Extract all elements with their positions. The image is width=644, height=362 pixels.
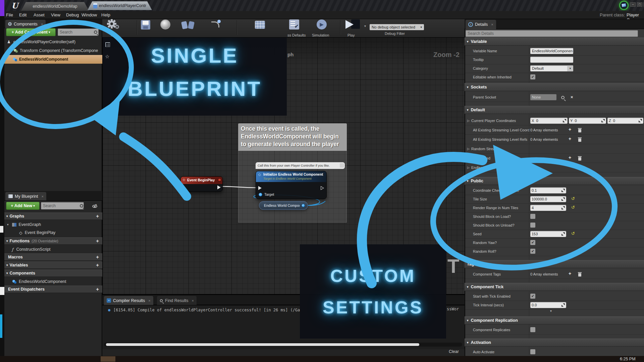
initialize-endless-world-component-node[interactable]: ◇ Initialize Endless World Component Tar… [256,171,327,199]
node-comment-bubble[interactable]: Call this from your own Player Controlle… [256,162,345,169]
taskbar-strip: 6:25 PM [0,356,644,362]
simulation-icon[interactable]: ▶ [317,19,327,29]
event-icon: ◇ [183,178,185,181]
toolbar-separator [137,20,137,35]
hide-unrelated-icon[interactable] [211,21,219,27]
class-defaults-label: ss Defaults [287,33,306,37]
compile-label: Co [111,33,115,37]
debug-object-dropdown[interactable]: No debug object selected ▾ [370,24,424,30]
exec-out-pin[interactable] [217,185,221,189]
play-icon[interactable] [345,20,354,29]
node-title: Initialize Endless World Component [263,172,323,176]
play-options-caret-icon[interactable]: ▾ [364,24,366,28]
target-pin[interactable] [259,193,262,196]
background-text-fragment: T [447,255,459,277]
edit-class-settings-icon[interactable] [255,21,265,29]
simulation-label: Simulation [312,33,329,37]
log-line-fragment: ssWor [447,307,459,311]
find-in-content-browser-icon[interactable] [160,19,170,29]
function-icon: ◇ [258,173,261,176]
caret-down-icon: ▾ [420,25,422,29]
exec-in-pin[interactable] [258,186,262,190]
unreal-blueprint-editor: U endlessWorldDemoMap endlessWorldPlayer… [0,0,644,362]
toolbar-separator [340,20,340,35]
delegate-pin[interactable] [218,178,221,181]
find-binoculars-icon[interactable] [181,21,196,29]
pin-bubble-icon[interactable] [340,163,344,168]
node-subtitle: Target is Endless World Component [263,177,312,180]
exec-out-pin[interactable] [321,186,324,190]
toolbar-separator [237,20,237,35]
variable-out-pin[interactable] [302,204,305,207]
single-blueprint-caption: SINGLE BLUEPRINT [103,28,287,116]
node-header: ◇ Event BeginPlay [181,177,222,184]
compile-success-check-icon: ✔ [107,27,111,34]
node-header: ◇ Initialize Endless World Component Tar… [256,171,326,182]
save-icon[interactable] [141,20,150,29]
graph-grid-icon[interactable] [105,42,110,47]
node-title: Event BeginPlay [187,178,215,182]
event-beginplay-node[interactable]: ◇ Event BeginPlay [180,176,223,192]
check-icon: ✔ [294,23,299,29]
custom-settings-caption: CUSTOM SETTINGS [300,244,446,339]
clock: 6:25 PM [620,357,636,361]
favorite-star-icon[interactable]: ☆ [105,54,109,60]
target-pin-label: Target [264,192,274,196]
debug-filter-label: Debug Filter [385,32,405,36]
play-label: Play [347,33,355,37]
class-defaults-icon[interactable]: ✔ [289,19,299,29]
taskbar-artifact [101,356,115,362]
endless-world-component-variable-node[interactable]: Endless World Component [259,201,308,210]
